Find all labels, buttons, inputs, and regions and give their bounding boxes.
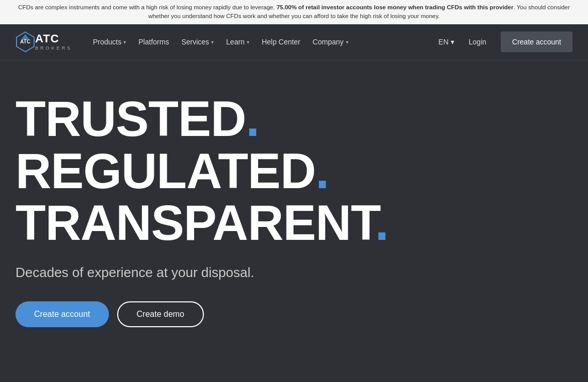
logo[interactable]: ATC ATC BROKERS — [15, 31, 72, 53]
nav-item-platforms[interactable]: Platforms — [133, 34, 174, 50]
warning-text-before: CFDs are complex instruments and come wi… — [18, 4, 276, 10]
nav-links: Products ▾ Platforms Services ▾ Learn ▾ … — [88, 34, 438, 50]
chevron-down-icon: ▾ — [123, 39, 126, 45]
language-label: EN — [438, 38, 448, 46]
hero-section: TRUSTED. REGULATED. TRANSPARENT. Decades… — [0, 60, 588, 360]
nav-label-platforms: Platforms — [138, 38, 169, 46]
dot-regulated: . — [315, 143, 329, 198]
logo-text-brokers: BROKERS — [35, 45, 72, 51]
hero-buttons: Create account Create demo — [15, 301, 573, 327]
nav-item-learn[interactable]: Learn ▾ — [221, 34, 255, 50]
nav-label-company: Company — [313, 38, 344, 46]
nav-label-services: Services — [181, 38, 209, 46]
nav-label-help-center: Help Center — [262, 38, 300, 46]
nav-item-company[interactable]: Company ▾ — [308, 34, 354, 50]
warning-bold-text: 75.00% of retail investor accounts lose … — [277, 4, 514, 10]
navbar: ATC ATC BROKERS Products ▾ Platforms Ser… — [0, 24, 588, 60]
logo-text-atc: ATC — [35, 33, 72, 44]
chevron-down-icon-learn: ▾ — [247, 39, 249, 45]
hero-create-account-button[interactable]: Create account — [15, 301, 109, 327]
chevron-down-icon-lang: ▾ — [451, 38, 454, 46]
login-button[interactable]: Login — [463, 34, 492, 50]
logo-icon: ATC — [15, 31, 35, 53]
nav-right: EN ▾ Login Create account — [438, 32, 573, 52]
hero-subheading: Decades of experience at your disposal. — [15, 265, 573, 281]
nav-item-services[interactable]: Services ▾ — [176, 34, 219, 50]
dot-transparent: . — [375, 195, 389, 250]
nav-item-products[interactable]: Products ▾ — [88, 34, 131, 50]
nav-item-help-center[interactable]: Help Center — [257, 34, 306, 50]
hero-line-regulated: REGULATED. — [15, 145, 573, 197]
language-selector[interactable]: EN ▾ — [438, 38, 454, 46]
chevron-down-icon-services: ▾ — [211, 39, 214, 45]
warning-banner: CFDs are complex instruments and come wi… — [0, 0, 588, 24]
hero-heading: TRUSTED. REGULATED. TRANSPARENT. — [15, 93, 573, 249]
create-account-button-nav[interactable]: Create account — [501, 32, 573, 52]
hero-create-demo-button[interactable]: Create demo — [117, 301, 204, 327]
hero-line-trusted: TRUSTED. — [15, 93, 573, 145]
nav-label-products: Products — [93, 38, 121, 46]
hero-line-transparent: TRANSPARENT. — [15, 197, 573, 249]
dot-trusted: . — [246, 91, 259, 146]
chevron-down-icon-company: ▾ — [346, 39, 348, 45]
nav-label-learn: Learn — [226, 38, 245, 46]
